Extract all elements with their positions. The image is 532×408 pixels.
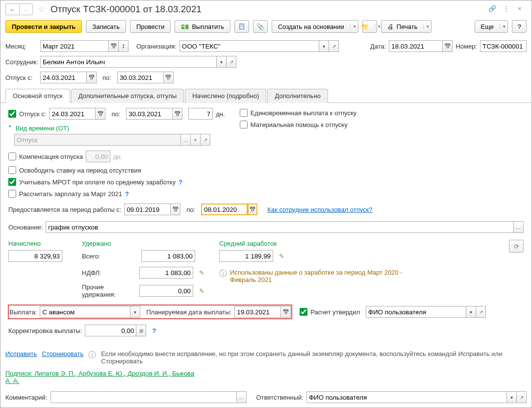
vacation-checkbox[interactable]	[8, 110, 16, 118]
tab-main-vacation[interactable]: Основной отпуск	[5, 89, 70, 103]
link-icon[interactable]: 🔗	[488, 5, 497, 14]
employee-dropdown-button[interactable]: ▾	[217, 56, 227, 68]
material-help-checkbox[interactable]	[240, 121, 248, 128]
ndfl-input[interactable]	[139, 267, 193, 279]
main-vac-from-input[interactable]	[49, 108, 96, 120]
payout-correction-label: Корректировка выплаты:	[8, 327, 82, 334]
org-dropdown-button[interactable]: ▾	[319, 40, 329, 52]
compensation-checkbox[interactable]	[8, 153, 16, 160]
employee-input[interactable]	[40, 56, 217, 68]
calc-salary-checkbox[interactable]	[8, 190, 16, 198]
basis-select-button[interactable]: …	[514, 221, 524, 233]
period-from-input[interactable]	[124, 204, 171, 215]
main-vac-to-cal[interactable]	[173, 108, 182, 120]
fix-link[interactable]: Исправить	[5, 350, 37, 357]
payout-mode-input[interactable]	[40, 306, 130, 318]
mrot-checkbox[interactable]	[8, 178, 16, 186]
help-button[interactable]: ?	[512, 20, 527, 33]
main-vac-from-cal[interactable]	[96, 108, 105, 120]
ndfl-edit-icon[interactable]	[199, 269, 204, 277]
planned-date-cal[interactable]	[281, 306, 291, 318]
withheld-total-input[interactable]	[141, 250, 195, 262]
attachment-icon-button[interactable]: 📎	[253, 20, 268, 33]
compensation-days-unit: дн.	[113, 153, 122, 160]
refresh-button[interactable]	[509, 240, 524, 253]
month-input[interactable]	[40, 40, 109, 52]
main-vac-to-input[interactable]	[126, 108, 173, 120]
tab-additional[interactable]: Дополнительно	[267, 89, 328, 103]
onetime-payment-checkbox[interactable]	[240, 109, 248, 117]
signatures-link[interactable]: Подписи: Липатов Э. П., Арбузова Е. Ю., …	[5, 370, 202, 384]
month-calendar-button[interactable]	[109, 40, 119, 52]
time-kind-toggle[interactable]: Вид времени (ОТ)	[8, 123, 225, 134]
calc-salary-help-icon[interactable]: ?	[125, 190, 129, 198]
responsible-input[interactable]	[306, 391, 507, 403]
close-icon[interactable]: ×	[518, 5, 527, 14]
pay-button[interactable]: 💵Выплатить	[175, 20, 230, 33]
org-open-button[interactable]: ↗	[329, 40, 339, 52]
onetime-payment-label: Единовременная выплата к отпуску	[251, 109, 357, 117]
period-to-cal[interactable]	[248, 204, 257, 215]
payout-mode-dropdown[interactable]: ▾	[130, 306, 140, 318]
kebab-menu-icon[interactable]: ⋮	[503, 5, 512, 14]
days-input[interactable]	[188, 108, 213, 120]
create-based-on-button[interactable]: Создать на основании	[272, 20, 358, 33]
accrued-header: Начислено	[8, 240, 67, 247]
storno-link[interactable]: Сторнировать	[42, 350, 83, 357]
free-rate-checkbox[interactable]	[8, 166, 16, 174]
nav-forward-button[interactable]: →	[19, 3, 33, 15]
basis-input[interactable]	[46, 221, 514, 233]
approver-input[interactable]	[366, 306, 466, 318]
responsible-open[interactable]: ↗	[517, 391, 527, 403]
time-kind-clear-button[interactable]: ×	[191, 134, 201, 146]
comment-select-button[interactable]: …	[237, 391, 247, 403]
post-and-close-button[interactable]: Провести и закрыть	[5, 20, 82, 33]
mrot-help-icon[interactable]: ?	[178, 178, 182, 186]
avg-edit-icon[interactable]	[279, 253, 284, 260]
tab-additional-vacations[interactable]: Дополнительные отпуска, отгулы	[71, 89, 184, 103]
favorite-star-icon[interactable]: ☆	[38, 4, 46, 15]
number-input[interactable]	[480, 40, 527, 52]
employee-open-button[interactable]: ↗	[227, 56, 236, 68]
payout-correction-help[interactable]: ?	[152, 327, 156, 334]
vac-from-input[interactable]	[40, 72, 87, 83]
time-kind-open-button[interactable]: ↗	[201, 134, 210, 146]
org-input[interactable]	[179, 40, 319, 52]
how-used-link[interactable]: Как сотрудник использовал отпуск?	[267, 206, 372, 213]
vac-to-label: по:	[102, 74, 111, 81]
avg-earnings-input[interactable]	[219, 250, 273, 262]
vac-to-calendar-button[interactable]	[164, 72, 174, 83]
accrued-input[interactable]	[8, 250, 62, 262]
payout-correction-calc-button[interactable]: ⊞	[136, 325, 146, 336]
comment-input[interactable]	[51, 391, 237, 403]
approver-dropdown[interactable]: ▾	[466, 306, 476, 318]
post-button[interactable]: Провести	[130, 20, 171, 33]
other-edit-icon[interactable]	[199, 287, 204, 295]
nav-back-button[interactable]: ←	[5, 3, 19, 15]
other-withheld-input[interactable]	[139, 285, 193, 297]
calc-salary-label: Рассчитать зарплату за Март 2021	[19, 190, 122, 198]
month-spinner-button[interactable]: ▴▾	[119, 40, 128, 52]
date-input[interactable]	[389, 40, 443, 52]
tab-accrued-detailed[interactable]: Начислено (подробно)	[185, 89, 266, 103]
vac-from-calendar-button[interactable]	[87, 72, 97, 83]
number-label: Номер:	[456, 43, 477, 50]
save-button[interactable]: Записать	[86, 20, 126, 33]
calc-approved-checkbox[interactable]	[300, 308, 307, 316]
time-kind-select-button[interactable]: …	[181, 134, 191, 146]
period-from-cal[interactable]	[171, 204, 180, 215]
planned-date-input[interactable]	[234, 306, 281, 318]
document-icon-button[interactable]	[234, 20, 249, 33]
date-calendar-button[interactable]	[443, 40, 453, 52]
time-kind-input[interactable]	[14, 134, 181, 146]
payout-correction-input[interactable]	[85, 325, 136, 336]
print-button[interactable]: 🖨Печать	[381, 20, 432, 33]
material-help-label: Материальная помощь к отпуску	[251, 121, 348, 128]
compensation-days-input[interactable]	[86, 151, 110, 162]
more-button[interactable]: Еще	[475, 20, 508, 33]
approver-open[interactable]: ↗	[476, 306, 486, 318]
vac-to-input[interactable]	[117, 72, 164, 83]
responsible-dropdown[interactable]: ▾	[507, 391, 517, 403]
period-to-input[interactable]	[201, 204, 248, 215]
folder-action-button[interactable]: 📁	[362, 20, 377, 33]
